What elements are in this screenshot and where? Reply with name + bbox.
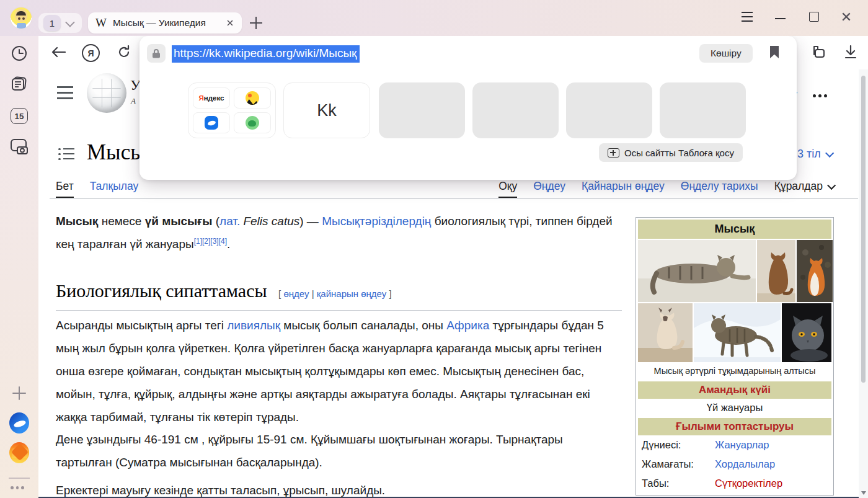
- lead-paragraph: Мысық немесе үй мысығы (лат. Felis catus…: [56, 210, 617, 256]
- tab-group-counter[interactable]: 1: [38, 13, 82, 33]
- cat-photo-siamese[interactable]: [638, 303, 693, 362]
- infobox-health-header: Амандық күйі: [638, 381, 831, 399]
- link-animals[interactable]: Жануарлар: [715, 439, 769, 451]
- body-paragraph: Асыранды мысықтың арғы тегі ливиялық мыс…: [56, 314, 617, 429]
- page-scrollbar[interactable]: [859, 69, 868, 498]
- scrollbar-thumb[interactable]: [861, 76, 866, 383]
- tab-tools[interactable]: Құралдар: [774, 180, 833, 193]
- minimize-button[interactable]: [773, 9, 789, 25]
- profile-avatar[interactable]: [10, 7, 32, 29]
- tab-read[interactable]: Оқу: [498, 180, 517, 193]
- bookmark-icon[interactable]: [769, 45, 779, 59]
- link-latin[interactable]: лат.: [219, 215, 240, 228]
- browser-sidebar: 15: [0, 36, 38, 498]
- taxobox: Мысық: [636, 217, 834, 496]
- titlebar: 1 W Мысық — Уикипедия: [0, 0, 868, 36]
- tab-page[interactable]: Бет: [56, 180, 74, 193]
- downloads-icon[interactable]: [842, 43, 859, 61]
- link-chordata[interactable]: Хордалылар: [715, 458, 775, 470]
- new-tab-button[interactable]: [248, 15, 264, 31]
- link-africa[interactable]: Африка: [446, 319, 489, 332]
- tablo-tile-empty[interactable]: [660, 82, 746, 138]
- chevron-down-icon: [825, 149, 834, 158]
- language-selector[interactable]: 3 тіл: [797, 148, 831, 161]
- cat-photo-snow-tabby[interactable]: [694, 303, 781, 362]
- infobox-image-row: [638, 303, 831, 362]
- tab-close-icon[interactable]: [226, 19, 233, 26]
- link-felidae[interactable]: Мысықтәрізділердің: [322, 215, 431, 228]
- link-libyan-cat[interactable]: ливиялық: [227, 319, 280, 332]
- browser-window: У А у Мысық 3 тіл Бет Талқылау Оқу Өңдеу…: [0, 0, 868, 498]
- page-tabs-left: Бет Талқылау: [56, 180, 138, 193]
- ssl-lock-icon[interactable]: [147, 44, 166, 63]
- tablo-tile-empty[interactable]: [566, 82, 652, 138]
- wiki-menu-button[interactable]: [57, 86, 73, 100]
- close-button[interactable]: [839, 10, 856, 26]
- tab-title: Мысық — Уикипедия: [113, 17, 219, 29]
- tablo-tile-empty[interactable]: [472, 82, 559, 138]
- cat-photo-lying-tabby[interactable]: [638, 240, 756, 302]
- screenshot-icon[interactable]: [9, 137, 29, 157]
- reference-links[interactable]: [1][2][3][4]: [194, 237, 227, 246]
- collections-icon[interactable]: [808, 43, 826, 61]
- contents-list-icon[interactable]: [58, 148, 76, 162]
- tab-count-badge: 1: [43, 15, 61, 31]
- section-edit-links: [ өңдеу | қайнарын өңдеу ]: [278, 288, 392, 299]
- back-icon[interactable]: [50, 43, 67, 61]
- infobox-health-value: Үй жануары: [638, 399, 831, 417]
- cat-photo-orange-white[interactable]: [797, 240, 833, 302]
- tab-history[interactable]: Өңделу тарихы: [681, 180, 758, 193]
- tab-edit-source[interactable]: Қайнарын өңдеу: [582, 180, 665, 193]
- sidebar-divider: [9, 478, 30, 479]
- notes-icon[interactable]: [9, 74, 29, 94]
- wikipedia-favicon: W: [95, 16, 107, 30]
- yandex-disk-tile[interactable]: [193, 112, 230, 133]
- scroll-down-arrow-icon[interactable]: [861, 491, 866, 495]
- link-mammals[interactable]: Сүтқоректілер: [715, 478, 782, 489]
- history-icon[interactable]: [9, 43, 29, 63]
- yandex-services-tile[interactable]: Яндекс: [193, 87, 230, 109]
- browser-tab-active[interactable]: W Мысық — Уикипедия: [88, 12, 242, 33]
- infobox-row-kingdom: Дүниесі: Жануарлар: [638, 435, 831, 455]
- tabs-divider: [50, 198, 858, 198]
- body-paragraph: Еркектері мауығу кезінде қатты таласып, …: [56, 479, 617, 498]
- wikipedia-tagline-fragment: А: [131, 96, 136, 106]
- cat-photo-abyssinian[interactable]: [757, 240, 795, 302]
- refresh-icon[interactable]: [115, 43, 133, 61]
- cat-photo-gray-cat[interactable]: [782, 303, 831, 362]
- copy-url-button[interactable]: Көшіру: [699, 44, 753, 63]
- add-to-tablo-button[interactable]: Осы сайтты Таблоға қосу: [599, 143, 743, 162]
- tablo-tile-kk-wikipedia[interactable]: Kk: [283, 82, 370, 138]
- infobox-classification-header: Ғылыми топтастыруы: [638, 418, 831, 435]
- chevron-down-icon: [65, 17, 75, 27]
- sidebar-add-icon[interactable]: [9, 383, 29, 403]
- browser-menu-icon[interactable]: [739, 9, 755, 25]
- sidebar-more-icon[interactable]: [11, 486, 24, 489]
- yandex-images-tile[interactable]: [234, 87, 271, 109]
- yandex-green-service-tile[interactable]: [234, 112, 271, 133]
- yandex-images-icon: [246, 91, 259, 105]
- infobox-caption: Мысық әртүрлі тұқымдарының алтысы: [638, 362, 831, 380]
- tablo-tile-group-yandex[interactable]: Яндекс: [188, 82, 276, 138]
- infobox-image-row: [638, 240, 831, 302]
- alice-browser-icon[interactable]: [9, 413, 29, 433]
- tablo-tile-empty[interactable]: [379, 82, 465, 138]
- edit-link[interactable]: өңдеу: [283, 288, 309, 299]
- yandex-mail-icon[interactable]: [9, 443, 29, 463]
- yandex-disk-icon: [205, 116, 218, 130]
- wikipedia-globe-logo[interactable]: [87, 73, 126, 113]
- more-options-icon[interactable]: [813, 94, 827, 97]
- green-service-icon: [246, 116, 259, 130]
- url-input-selected[interactable]: https://kk.wikipedia.org/wiki/Мысық: [172, 45, 360, 63]
- edit-source-link[interactable]: қайнарын өңдеу: [317, 288, 387, 299]
- maximize-button[interactable]: [806, 9, 822, 25]
- section-divider: [56, 310, 622, 311]
- section-heading: Биологиялық сипаттамасы: [56, 280, 267, 301]
- yandex-search-icon[interactable]: Я: [82, 44, 100, 62]
- calendar-icon[interactable]: 15: [9, 106, 29, 126]
- tab-edit[interactable]: Өңдеу: [533, 180, 565, 193]
- infobox-row-class: Табы: Сүтқоректілер: [638, 474, 831, 493]
- body-paragraph: Дене ұзындығы 46-191 см , құйрығы 15-91 …: [56, 428, 617, 474]
- section-heading-row: Биологиялық сипаттамасы [ өңдеу | қайнар…: [56, 280, 392, 301]
- tab-talk[interactable]: Талқылау: [90, 180, 139, 193]
